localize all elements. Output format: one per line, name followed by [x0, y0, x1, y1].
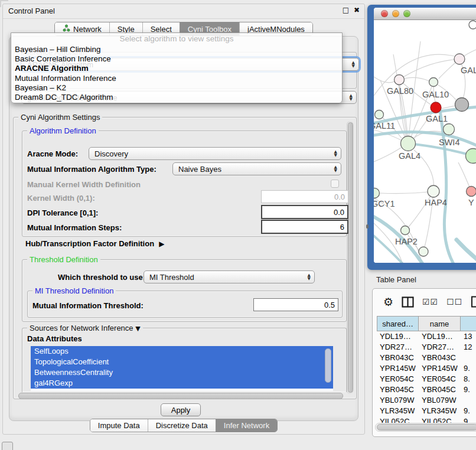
attributes-list-scrollbar[interactable] — [325, 348, 331, 383]
network-node[interactable] — [419, 247, 428, 256]
settings-horizontal-scrollbar[interactable] — [18, 393, 343, 399]
panel-title: Control Panel — [8, 6, 55, 15]
network-node-gal80[interactable] — [395, 75, 405, 85]
kernel-width-field[interactable] — [261, 190, 348, 203]
algorithm-option-dream8-dc-tdc-algorithm[interactable]: Dream8 DC_TDC Algorithm — [11, 93, 342, 102]
manual-kernel-width-checkbox[interactable] — [331, 180, 339, 188]
table-row[interactable]: YER054CYER054C8. — [377, 374, 476, 384]
traffic-light-buttons — [381, 10, 410, 17]
attribute-item-topologicalcoefficient[interactable]: TopologicalCoefficient — [31, 357, 333, 367]
algorithm-option-bayesian-hill-climbing[interactable]: Bayesian – Hill Climbing — [11, 45, 342, 54]
column-header-1[interactable]: shared… — [377, 316, 419, 331]
algorithm-popup: Select algorithm to view settings Bayesi… — [11, 32, 343, 103]
network-node-hap2[interactable] — [401, 226, 410, 235]
which-threshold-value: MI Threshold — [149, 273, 308, 282]
deselect-all-icon[interactable]: ☐☐ — [446, 297, 462, 306]
table-row[interactable]: YBL079WYBL079W — [377, 395, 476, 406]
expand-down-icon[interactable]: ▼ — [135, 325, 140, 332]
aracne-mode-combo[interactable]: Discovery ▲▼ — [89, 147, 341, 160]
node-label: GAL1 — [426, 114, 448, 123]
network-canvas[interactable]: GALGAL80GAL10GAL1GAL11SWI4GAL4GCY1HAP4YH… — [374, 20, 476, 263]
document-icon[interactable] — [471, 296, 476, 308]
split-columns-icon[interactable] — [402, 296, 414, 308]
gear-icon[interactable]: ⚙ — [383, 296, 393, 308]
data-attributes-list[interactable]: SelfLoopsTopologicalCoefficientBetweenne… — [31, 346, 333, 391]
collapsed-panel-button[interactable] — [2, 442, 13, 450]
mi-threshold-definition-group: MI Threshold Definition Mutual Informati… — [27, 291, 343, 318]
table-scrollbar-thumb[interactable] — [377, 424, 476, 431]
network-node-y[interactable] — [467, 187, 476, 197]
network-node[interactable] — [466, 149, 476, 164]
cell-value: 12 — [461, 342, 476, 353]
window-minimize-button[interactable] — [392, 10, 399, 17]
cell-name: YDR27… — [419, 342, 461, 353]
manual-kernel-width-label: Manual Kernel Width Definition — [27, 180, 141, 189]
hub-definition-expander[interactable]: Hub/Transcription Factor Definition▶ — [25, 239, 164, 248]
table-panel-window: ⚙ ☑☑ ☐☐ shared…name YDL19…YDL19…13YDR27…… — [372, 288, 476, 437]
table-row[interactable]: YBR045CYBR045C9. — [377, 384, 476, 395]
algorithm-option-aracne-algorithm[interactable]: ARACNE Algorithm — [11, 64, 342, 73]
algorithm-option-basic-correlation-inference[interactable]: Basic Correlation Inference — [11, 54, 342, 64]
node-label: GAL — [461, 66, 476, 75]
mi-algorithm-type-combo[interactable]: Naive Bayes ▲▼ — [172, 162, 341, 175]
aracne-mode-label: Aracne Mode: — [27, 149, 78, 158]
attribute-item-gal4rgexp[interactable]: gal4RGexp — [31, 378, 333, 389]
bottom-tab-discretize-data[interactable]: Discretize Data — [148, 419, 216, 432]
table-row[interactable]: YDR27…YDR27…12 — [377, 342, 476, 353]
network-node-gal[interactable] — [454, 54, 465, 64]
dpi-tolerance-label: DPI Tolerance [0,1]: — [27, 208, 98, 217]
attribute-item-selfloops[interactable]: SelfLoops — [31, 346, 333, 357]
cell-name: YPR145W — [419, 363, 461, 374]
network-node-gal4[interactable] — [401, 136, 416, 151]
algorithm-option-mutual-information-inference[interactable]: Mutual Information Inference — [11, 74, 342, 83]
sources-group: Sources for Network Inference ▼ Data Att… — [22, 328, 347, 392]
network-node-gal11[interactable] — [375, 110, 384, 119]
apply-button[interactable]: Apply — [161, 403, 201, 416]
cell-value — [461, 395, 476, 406]
network-node-gal10[interactable] — [429, 78, 438, 87]
network-node-swi4[interactable] — [444, 124, 455, 135]
network-node-hap4[interactable] — [428, 185, 439, 197]
table-header-row: shared…name — [377, 316, 476, 331]
sources-title: Sources for Network Inference ▼ — [27, 324, 143, 332]
algorithm-option-bayesian-k2[interactable]: Bayesian – K2 — [11, 83, 342, 93]
cell-value: 9. — [461, 406, 476, 416]
table-row[interactable]: YBR043CYBR043C — [377, 353, 476, 363]
settings-vertical-scrollbar[interactable] — [347, 121, 354, 394]
table-row[interactable]: YPR145WYPR145W9. — [377, 363, 476, 374]
mi-threshold-field[interactable] — [253, 298, 338, 311]
bottom-tab-infer-network[interactable]: Infer Network — [216, 419, 277, 432]
close-icon[interactable]: ✖ — [354, 6, 360, 14]
float-window-icon[interactable]: □ — [343, 6, 349, 14]
bottom-tab-impute-data[interactable]: Impute Data — [90, 419, 148, 432]
network-node[interactable] — [455, 98, 469, 112]
column-header-2[interactable]: name — [419, 316, 461, 331]
panel-splitter-handle[interactable] — [366, 224, 369, 229]
settings-scrollbar-thumb[interactable] — [348, 122, 353, 393]
cyni-algorithm-settings-group: Cyni Algorithm Settings Algorithm Defini… — [13, 117, 357, 399]
dpi-tolerance-field[interactable] — [261, 205, 348, 219]
network-node[interactable] — [469, 21, 476, 29]
cyni-algorithm-settings-title: Cyni Algorithm Settings — [18, 113, 102, 122]
algorithm-popup-hint: Select algorithm to view settings — [11, 33, 342, 45]
table-horizontal-scrollbar[interactable] — [375, 423, 476, 432]
column-header-3[interactable] — [461, 316, 476, 331]
attribute-item-betweennesscentrality[interactable]: BetweennessCentrality — [31, 367, 333, 378]
table-row[interactable]: YLR345WYLR345W9. — [377, 406, 476, 416]
chevron-updown-icon: ▲▼ — [334, 150, 337, 157]
cell-name: YDL19… — [419, 331, 461, 342]
table-row[interactable]: YDL19…YDL19…13 — [377, 331, 476, 342]
network-window-titlebar[interactable] — [374, 8, 476, 20]
window-zoom-button[interactable] — [403, 10, 410, 17]
cell-shared-name: YBL079W — [377, 395, 419, 406]
node-label: GAL80 — [387, 86, 413, 96]
mi-steps-field[interactable] — [261, 220, 348, 234]
select-all-icon[interactable]: ☑☑ — [422, 297, 438, 306]
node-label: GAL10 — [422, 90, 449, 99]
window-close-button[interactable] — [381, 10, 388, 17]
network-node-gal1[interactable] — [431, 102, 441, 113]
screen: Control Panel □ ✖ NetworkStyleSelectCyni… — [0, 0, 476, 450]
network-node-gcy1[interactable] — [374, 188, 380, 198]
which-threshold-combo[interactable]: MI Threshold ▲▼ — [144, 270, 315, 283]
cell-shared-name: YBR045C — [377, 384, 419, 395]
